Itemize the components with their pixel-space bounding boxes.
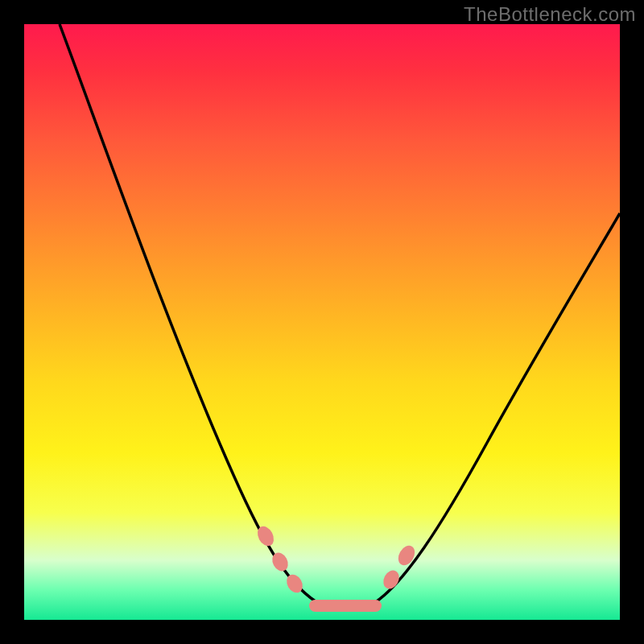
marker-right-dot-upper bbox=[395, 543, 419, 568]
chart-gradient-area bbox=[24, 24, 620, 620]
chart-svg bbox=[24, 24, 620, 620]
curve-left bbox=[60, 24, 322, 605]
watermark-text: TheBottleneck.com bbox=[464, 3, 636, 26]
chart-frame: TheBottleneck.com bbox=[0, 0, 644, 644]
trough-band bbox=[309, 600, 382, 612]
